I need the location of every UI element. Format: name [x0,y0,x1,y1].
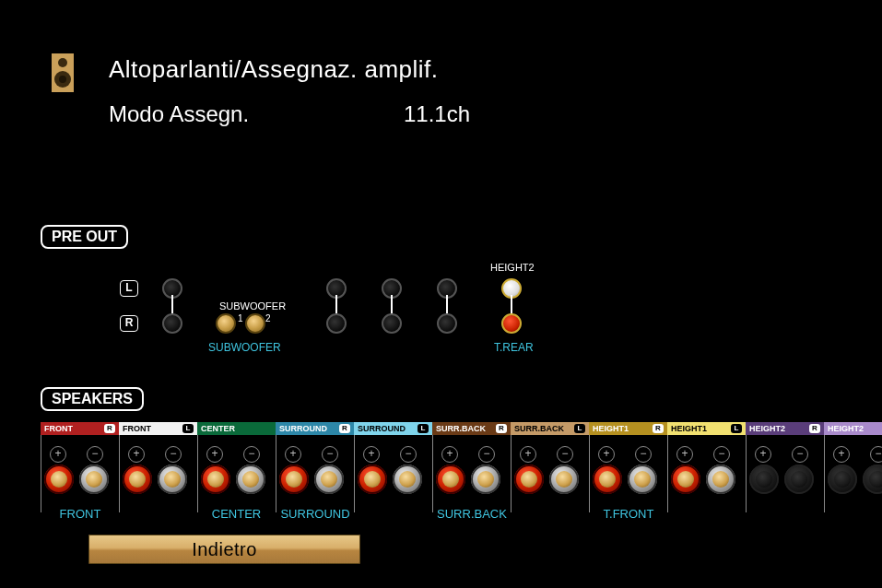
speaker-terminal [471,465,500,494]
speaker-col-2: CENTER+− [197,422,276,435]
subwoofer-label: SUBWOOFER [219,300,286,312]
divider-line [197,435,198,512]
polarity-row: +− [441,446,495,463]
speaker-col-10: HEIGHT2L+− [824,422,882,435]
terminal-row [358,465,422,494]
rca-jack-gold [245,313,265,334]
assign-surround: SURROUND [237,507,394,521]
speaker-terminal [706,465,735,494]
speaker-terminal [784,465,814,494]
terminal-row [201,465,265,494]
speaker-terminal [79,465,109,494]
speaker-terminal [358,465,387,494]
polarity-row: +− [285,446,338,463]
divider-line [589,435,590,512]
speaker-header-channel: R [496,424,507,433]
speaker-header-label: SURROUND [279,422,327,435]
speaker-header: HEIGHT1R [589,422,667,435]
divider-line [667,435,668,512]
speaker-terminal [123,465,152,494]
speaker-header-channel: R [104,424,115,433]
speaker-header-label: CENTER [201,422,235,435]
rca-jack [382,313,402,334]
polarity-row: +− [676,446,730,463]
speaker-col-6: SURR.BACKL+− [511,422,589,435]
polarity-row: +− [50,446,103,463]
polarity-plus-icon: + [755,446,771,463]
terminal-row [514,465,579,494]
mode-row[interactable]: Modo Assegn. 11.1ch [109,101,470,127]
speaker-header-label: FRONT [123,422,151,435]
speaker-terminal [44,465,74,494]
speaker-terminal [749,465,779,494]
page-title: Altoparlanti/Assegnaz. amplif. [109,55,439,84]
rca-jack [162,313,182,334]
polarity-plus-icon: + [833,446,850,463]
divider-line [354,435,355,512]
back-button[interactable]: Indietro [88,535,360,564]
polarity-row: +− [598,446,652,463]
polarity-minus-icon: − [243,446,260,463]
speaker-terminal [236,465,265,494]
speaker-header: SURR.BACKR [432,422,511,435]
polarity-minus-icon: − [165,446,182,463]
polarity-plus-icon: + [598,446,615,463]
terminal-row [828,465,882,494]
polarity-plus-icon: + [285,446,301,463]
terminal-row [436,465,500,494]
section-badge-speakers: SPEAKERS [41,387,144,411]
speaker-header-label: FRONT [44,422,73,435]
divider-line [41,435,41,512]
polarity-minus-icon: − [792,446,808,463]
speaker-header-channel: R [809,424,820,433]
speaker-header: HEIGHT2R [746,422,824,435]
polarity-row: +− [520,446,573,463]
speaker-terminal [279,465,309,494]
polarity-minus-icon: − [635,446,652,463]
polarity-minus-icon: − [322,446,338,463]
polarity-plus-icon: + [676,446,693,463]
speaker-terminal [828,465,857,494]
polarity-minus-icon: − [478,446,495,463]
mode-value: 11.1ch [404,101,470,127]
speaker-terminal [549,465,579,494]
speaker-header: HEIGHT1L [667,422,746,435]
polarity-plus-icon: + [363,446,380,463]
height2-assign-label: T.REAR [494,341,534,354]
assign-front: FRONT [2,507,159,521]
terminal-row [279,465,344,494]
section-badge-preout: PRE OUT [41,225,128,249]
speaker-col-7: HEIGHT1R+− [589,422,667,435]
divider-line [119,435,120,512]
rca-jack [326,313,347,334]
speaker-header: FRONTR [41,422,119,435]
speaker-icon [52,53,74,92]
speaker-terminal [628,465,657,494]
speaker-header: SURR.BACKL [511,422,589,435]
speaker-col-4: SURROUNDL+− [354,422,432,435]
mode-label: Modo Assegn. [109,101,404,127]
speaker-terminal [593,465,622,494]
polarity-minus-icon: − [557,446,573,463]
polarity-plus-icon: + [520,446,536,463]
height2-label: HEIGHT2 [490,262,535,273]
divider-line [432,435,433,512]
speaker-header-channel: L [182,424,194,433]
speaker-col-9: HEIGHT2R+− [746,422,824,435]
speaker-col-0: FRONTR+− [41,422,119,435]
speaker-header-label: SURROUND [358,422,406,435]
speaker-header: HEIGHT2L [824,422,882,435]
polarity-minus-icon: − [870,446,882,463]
speaker-terminal [201,465,230,494]
speaker-header: SURROUNDR [276,422,354,435]
subwoofer-num-1: 1 [238,313,243,323]
svg-point-3 [59,76,66,83]
svg-point-1 [58,58,67,67]
speaker-terminal [436,465,465,494]
rca-jack-red [501,313,522,334]
speaker-header-label: SURR.BACK [436,422,486,435]
divider-line [746,435,747,512]
divider-line [276,435,276,512]
speaker-header-channel: L [417,424,429,433]
speaker-header-label: HEIGHT2 [749,422,785,435]
